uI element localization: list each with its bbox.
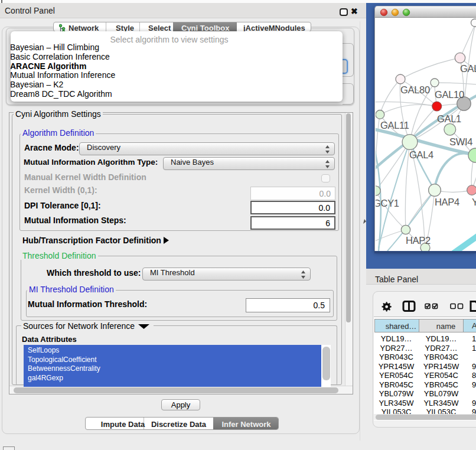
svg-text:GAL4: GAL4 xyxy=(409,149,433,160)
svg-text:GAL80: GAL80 xyxy=(400,84,430,95)
svg-text:HAP2: HAP2 xyxy=(406,235,431,246)
svg-text:SWI4: SWI4 xyxy=(449,136,472,147)
svg-text:HAP4: HAP4 xyxy=(435,197,459,207)
svg-text:GAL10: GAL10 xyxy=(435,89,464,100)
svg-text:GAL1: GAL1 xyxy=(437,113,461,124)
svg-text:YM: YM xyxy=(472,197,476,207)
svg-text:GAL7: GAL7 xyxy=(460,63,476,74)
svg-text:GAL11: GAL11 xyxy=(380,120,409,131)
svg-text:GCY1: GCY1 xyxy=(376,198,399,208)
